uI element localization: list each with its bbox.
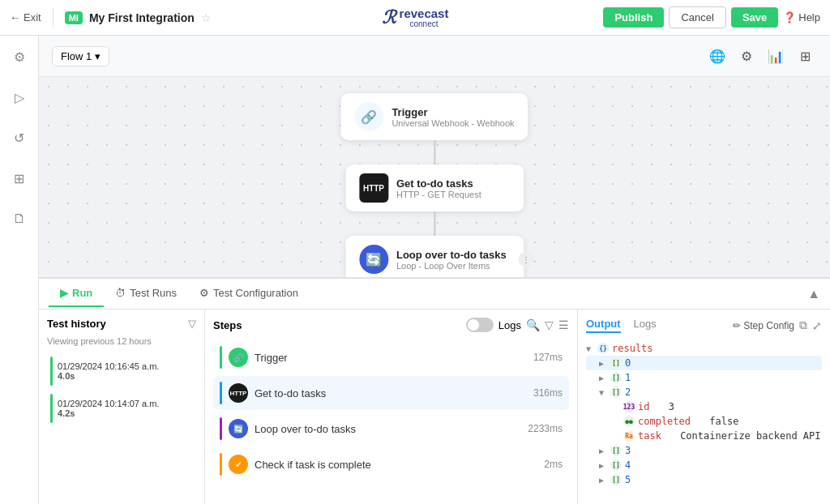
- step-config-button[interactable]: ✏ Step Config: [733, 320, 794, 331]
- history-info-1: 01/29/2024 10:16:45 a.m. 4.0s: [58, 361, 193, 381]
- tree-item-2[interactable]: ▼ [] 2: [586, 385, 822, 399]
- trigger-node[interactable]: 🔗 Trigger Universal Webhook - Webhook: [340, 93, 528, 140]
- history-date-2: 01/29/2024 10:14:07 a.m.: [58, 399, 193, 408]
- tree-item-5[interactable]: ▶ [] 5: [586, 472, 822, 487]
- history-duration-1: 4.0s: [58, 371, 193, 381]
- flow-selector[interactable]: Flow 1 ▾: [52, 46, 109, 66]
- sidebar-icon-history[interactable]: ↺: [6, 125, 32, 151]
- output-tab-output[interactable]: Output: [586, 318, 621, 333]
- chevron-down-icon: ▾: [95, 50, 101, 62]
- collapse-button[interactable]: ▲: [807, 287, 820, 301]
- tree-item-2-completed[interactable]: ▶ ●● completed false: [586, 414, 822, 429]
- step-check[interactable]: ✓ Check if task is complete 2ms: [213, 447, 569, 481]
- globe-icon-button[interactable]: 🌐: [705, 44, 729, 68]
- tree-key-3: 3: [625, 445, 631, 456]
- output-tab-logs[interactable]: Logs: [634, 318, 657, 333]
- grid-icon-button[interactable]: ⊞: [793, 44, 817, 68]
- filter-icon-button[interactable]: ⚙: [734, 44, 759, 68]
- history-bar-1: [50, 357, 53, 386]
- chart-icon-button[interactable]: 📊: [764, 44, 788, 68]
- pencil-icon: ✏: [733, 320, 741, 331]
- header: ← Exit MI My First Integration ☆ ℛ revec…: [0, 0, 830, 36]
- tree-key-0: 0: [625, 357, 631, 369]
- copy-icon-button[interactable]: ⧉: [799, 318, 807, 332]
- tab-test-runs[interactable]: ⏱ Test Runs: [104, 280, 188, 307]
- sidebar-icon-settings[interactable]: ⚙: [6, 44, 32, 70]
- tree-icon-2: []: [610, 387, 622, 398]
- save-button[interactable]: Save: [731, 7, 778, 28]
- tab-test-config[interactable]: ⚙ Test Configuration: [188, 280, 310, 307]
- step-bar-loop: [220, 417, 222, 440]
- history-item-1[interactable]: 01/29/2024 10:16:45 a.m. 4.0s: [47, 352, 196, 390]
- list-icon-button[interactable]: ☰: [558, 318, 569, 331]
- step-bar-trigger: [220, 346, 222, 369]
- output-panel: Output Logs ✏ Step Config ⧉ ⤢: [578, 310, 830, 504]
- tree-item-2-id[interactable]: ▶ 123 id 3: [586, 399, 822, 414]
- tree-icon-4: []: [610, 459, 622, 471]
- test-history-title: Test history: [47, 318, 106, 330]
- header-left: ← Exit MI My First Integration ☆: [10, 8, 603, 28]
- help-button[interactable]: ❓ Help: [783, 11, 820, 23]
- divider: [53, 8, 53, 28]
- canvas[interactable]: 🔗 Trigger Universal Webhook - Webhook HT…: [39, 77, 830, 277]
- left-sidebar: ⚙ ▷ ↺ ⊞ 🗋: [0, 36, 39, 504]
- step-icon-trigger: 🔗: [229, 348, 248, 367]
- tab-test-runs-label: Test Runs: [130, 287, 177, 299]
- node-side-menu-button[interactable]: ⋮: [518, 251, 534, 267]
- filter-steps-icon-button[interactable]: ▽: [545, 318, 554, 331]
- tree-caret-3: ▶: [599, 446, 607, 455]
- toolbar-icons: 🌐 ⚙ 📊 ⊞: [705, 44, 817, 68]
- gear-icon: ⚙: [199, 287, 209, 299]
- expand-icon-button[interactable]: ⤢: [812, 319, 822, 332]
- exit-button[interactable]: ← Exit: [10, 11, 41, 23]
- tree-item-0[interactable]: ▶ [] 0: [586, 356, 822, 370]
- step-icon-loop: 🔄: [229, 419, 248, 438]
- clock-icon: ⏱: [115, 287, 126, 299]
- tree-item-2-task[interactable]: ▶ Ra task Containerize backend API: [586, 429, 822, 443]
- logs-toggle[interactable]: [466, 318, 494, 332]
- steps-title: Steps: [213, 319, 242, 331]
- tree-item-3[interactable]: ▶ [] 3: [586, 443, 822, 458]
- canvas-area: Flow 1 ▾ 🌐 ⚙ 📊 ⊞ 🔗 Trigger: [39, 36, 830, 277]
- logs-label: Logs: [498, 319, 521, 331]
- cancel-button[interactable]: Cancel: [669, 6, 725, 28]
- history-item-2[interactable]: 01/29/2024 10:14:07 a.m. 4.2s: [47, 390, 196, 427]
- sidebar-icon-play[interactable]: ▷: [6, 84, 32, 110]
- tree-results-row[interactable]: ▼ {} results: [586, 341, 822, 356]
- step-get-todo[interactable]: HTTP Get to-do tasks 316ms: [213, 376, 569, 410]
- tab-run[interactable]: ▶ Run: [49, 280, 104, 307]
- step-trigger[interactable]: 🔗 Trigger 127ms: [213, 340, 569, 374]
- http-node-title: Get to-do tasks: [396, 177, 481, 190]
- sidebar-icon-document[interactable]: 🗋: [6, 206, 32, 232]
- tree-item-4[interactable]: ▶ [] 4: [586, 458, 822, 472]
- tree-key-5: 5: [625, 474, 631, 485]
- json-tree: ▼ {} results ▶ [] 0 ▶ []: [586, 341, 822, 487]
- sidebar-icon-table[interactable]: ⊞: [6, 165, 32, 191]
- step-bar-get-todo: [220, 382, 222, 404]
- publish-button[interactable]: Publish: [603, 7, 664, 28]
- tree-icon-1: []: [610, 372, 622, 383]
- step-duration-trigger: 127ms: [533, 352, 563, 363]
- search-icon-button[interactable]: 🔍: [526, 318, 540, 331]
- connector-1: [434, 140, 435, 164]
- tree-caret-0: ▶: [599, 359, 607, 368]
- loop-node[interactable]: 🔄 Loop over to-do tasks Loop - Loop Over…: [345, 236, 524, 277]
- step-duration-loop: 2233ms: [528, 423, 563, 434]
- tree-caret-5: ▶: [599, 476, 607, 485]
- bottom-content: Test history ▽ Viewing previous 12 hours…: [39, 310, 830, 504]
- http-node[interactable]: HTTP Get to-do tasks HTTP - GET Request: [345, 164, 524, 211]
- tree-item-1[interactable]: ▶ [] 1: [586, 370, 822, 385]
- step-loop[interactable]: 🔄 Loop over to-do tasks 2233ms: [213, 412, 569, 446]
- connector-2: [434, 211, 435, 236]
- header-right: Publish Cancel Save ❓ Help: [603, 6, 820, 28]
- logo: ℛ revecast connect: [382, 7, 449, 28]
- flow-selector-label: Flow 1: [61, 50, 92, 62]
- logo-main: revecast: [400, 7, 449, 19]
- trigger-node-sub: Universal Webhook - Webhook: [391, 118, 514, 128]
- filter-icon[interactable]: ▽: [188, 318, 196, 330]
- star-icon[interactable]: ☆: [201, 11, 212, 24]
- tree-icon-3: []: [610, 445, 622, 456]
- tab-test-config-label: Test Configuration: [213, 287, 298, 299]
- step-icon-get-todo: HTTP: [229, 383, 248, 403]
- step-duration-check: 2ms: [544, 459, 563, 470]
